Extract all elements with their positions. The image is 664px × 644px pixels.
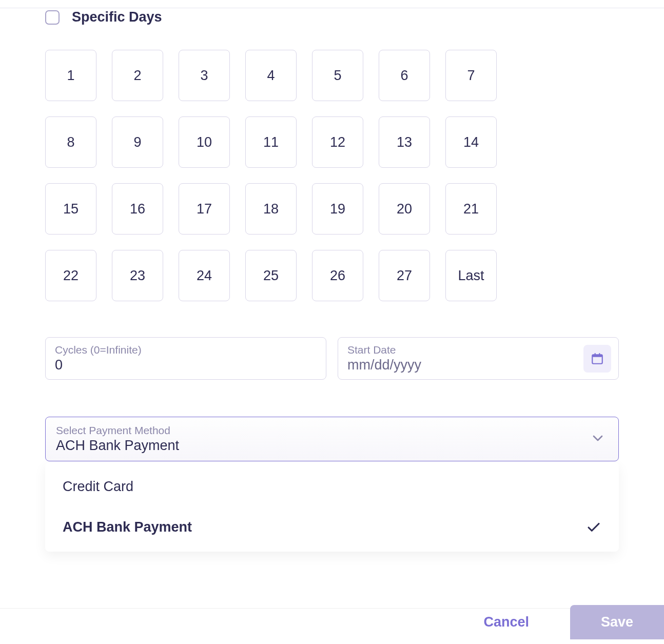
specific-days-label: Specific Days: [72, 9, 162, 25]
day-cell[interactable]: 22: [45, 250, 96, 301]
specific-days-checkbox[interactable]: [45, 10, 60, 25]
day-cell[interactable]: 1: [45, 50, 96, 101]
day-cell[interactable]: 26: [312, 250, 363, 301]
dropdown-option-label: ACH Bank Payment: [63, 519, 192, 535]
payment-method-label: Select Payment Method: [56, 424, 608, 437]
day-cell[interactable]: 2: [112, 50, 163, 101]
day-cell[interactable]: 25: [245, 250, 297, 301]
inputs-row: Cycles (0=Infinite) 0 Start Date mm/dd/y…: [45, 337, 619, 380]
day-cell[interactable]: Last: [445, 250, 497, 301]
start-date-input-group[interactable]: Start Date mm/dd/yyyy: [338, 337, 619, 380]
day-cell[interactable]: 7: [445, 50, 497, 101]
day-cell[interactable]: 13: [379, 116, 430, 168]
cycles-label: Cycles (0=Infinite): [55, 344, 317, 356]
days-grid: 1 2 3 4 5 6 7 8 9 10 11 12 13 14 15 16 1…: [45, 50, 619, 301]
day-cell[interactable]: 14: [445, 116, 497, 168]
day-cell[interactable]: 21: [445, 183, 497, 235]
day-cell[interactable]: 15: [45, 183, 96, 235]
bottom-actions: Cancel Save: [0, 608, 664, 644]
day-cell[interactable]: 8: [45, 116, 96, 168]
cancel-button[interactable]: Cancel: [463, 609, 550, 635]
chevron-down-icon: [590, 430, 606, 448]
cycles-value[interactable]: 0: [55, 357, 317, 373]
day-cell[interactable]: 18: [245, 183, 297, 235]
check-icon: [586, 520, 601, 535]
day-cell[interactable]: 24: [179, 250, 230, 301]
svg-rect-3: [592, 355, 602, 357]
day-cell[interactable]: 9: [112, 116, 163, 168]
day-cell[interactable]: 6: [379, 50, 430, 101]
dropdown-option-label: Credit Card: [63, 479, 133, 495]
calendar-icon: [591, 352, 604, 365]
day-cell[interactable]: 11: [245, 116, 297, 168]
day-cell[interactable]: 23: [112, 250, 163, 301]
day-cell[interactable]: 19: [312, 183, 363, 235]
dropdown-option-credit-card[interactable]: Credit Card: [45, 466, 619, 507]
divider-line: [0, 8, 664, 8]
calendar-icon-button[interactable]: [583, 345, 611, 373]
day-cell[interactable]: 27: [379, 250, 430, 301]
payment-method-value: ACH Bank Payment: [56, 438, 608, 454]
payment-method-select[interactable]: Select Payment Method ACH Bank Payment: [45, 417, 619, 461]
cycles-input-group[interactable]: Cycles (0=Infinite) 0: [45, 337, 326, 380]
day-cell[interactable]: 20: [379, 183, 430, 235]
day-cell[interactable]: 10: [179, 116, 230, 168]
day-cell[interactable]: 17: [179, 183, 230, 235]
payment-method-dropdown: Credit Card ACH Bank Payment: [45, 462, 619, 552]
day-cell[interactable]: 4: [245, 50, 297, 101]
dropdown-option-ach[interactable]: ACH Bank Payment: [45, 507, 619, 548]
start-date-label: Start Date: [347, 344, 609, 356]
day-cell[interactable]: 3: [179, 50, 230, 101]
start-date-value[interactable]: mm/dd/yyyy: [347, 357, 609, 373]
day-cell[interactable]: 12: [312, 116, 363, 168]
save-button[interactable]: Save: [570, 605, 664, 639]
specific-days-row: Specific Days: [45, 0, 619, 25]
day-cell[interactable]: 16: [112, 183, 163, 235]
day-cell[interactable]: 5: [312, 50, 363, 101]
